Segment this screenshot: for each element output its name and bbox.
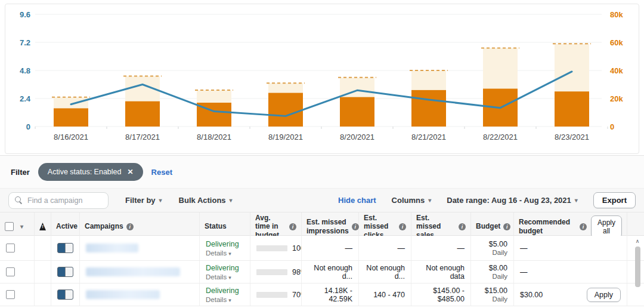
details-dropdown[interactable]: Details ▾ xyxy=(206,296,239,303)
row-status-cell: Delivering Details ▾ xyxy=(200,236,250,260)
row-sales-cell: Not enough data xyxy=(411,261,471,283)
search-input[interactable] xyxy=(27,196,99,205)
bar xyxy=(340,97,374,127)
table-vertical-scrollbar[interactable]: ∧ xyxy=(634,237,641,304)
filter-label: Filter xyxy=(11,168,30,177)
remove-filter-icon[interactable]: ✕ xyxy=(127,168,133,176)
date-label: 8/17/2021 xyxy=(125,133,160,141)
header-campaigns-label: Campaigns xyxy=(85,222,123,230)
avg-time-progress xyxy=(256,292,287,298)
toggle-knob xyxy=(65,290,73,299)
apply-button[interactable]: Apply xyxy=(587,288,621,302)
row-checkbox[interactable] xyxy=(6,244,15,252)
row-checkbox[interactable] xyxy=(6,290,15,299)
search-icon xyxy=(15,196,23,204)
info-icon[interactable] xyxy=(580,223,587,230)
bar xyxy=(555,91,589,127)
budget-cadence: Daily xyxy=(492,249,507,256)
date-label: 8/22/2021 xyxy=(483,133,518,141)
right-axis-tick: 60k xyxy=(610,38,623,47)
filter-by-dropdown[interactable]: Filter by ▾ xyxy=(125,196,162,205)
info-icon[interactable] xyxy=(459,223,466,230)
select-all-checkbox[interactable] xyxy=(5,222,14,231)
row-select-cell[interactable] xyxy=(0,236,35,260)
avg-time-progress xyxy=(256,245,287,251)
row-select-cell[interactable] xyxy=(0,284,35,306)
chevron-down-icon: ▾ xyxy=(230,197,233,204)
row-campaign-cell[interactable] xyxy=(80,284,200,306)
apply-all-button[interactable]: Apply all xyxy=(591,215,622,238)
row-active-cell[interactable] xyxy=(51,236,80,260)
date-range-dropdown[interactable]: Date range: Aug 16 - Aug 23, 2021 ▾ xyxy=(447,196,578,205)
active-status-filter-pill[interactable]: Active status: Enabled ✕ xyxy=(38,163,143,181)
campaign-search-box[interactable] xyxy=(8,192,109,209)
row-campaign-cell[interactable] xyxy=(80,261,200,283)
campaign-name-redacted xyxy=(86,267,180,276)
reset-filters-link[interactable]: Reset xyxy=(151,168,172,177)
active-toggle[interactable] xyxy=(57,289,73,300)
row-status-cell: Delivering Details ▾ xyxy=(200,261,250,283)
row-status-cell: Delivering Details ▾ xyxy=(200,284,250,306)
row-impressions-cell: — xyxy=(302,236,359,260)
row-budget-cell[interactable]: $8.00 Daily xyxy=(471,261,514,283)
campaign-name-redacted xyxy=(86,244,138,252)
row-warning-cell xyxy=(35,284,51,306)
warning-icon xyxy=(39,223,46,230)
row-clicks-cell: 140 - 470 xyxy=(359,284,411,306)
bulk-actions-label: Bulk Actions xyxy=(179,196,226,205)
row-impressions-cell: 14.18K - 42.59K xyxy=(302,284,359,306)
scroll-up-icon[interactable]: ∧ xyxy=(634,237,641,245)
header-budget-label: Budget xyxy=(476,222,500,230)
toolbar-right-group: Hide chart Columns ▾ Date range: Aug 16 … xyxy=(338,192,636,208)
columns-label: Columns xyxy=(392,196,425,205)
details-dropdown[interactable]: Details ▾ xyxy=(206,250,239,257)
header-status-label: Status xyxy=(205,222,227,230)
info-icon[interactable] xyxy=(289,223,296,230)
scrollbar-thumb[interactable] xyxy=(635,247,640,287)
date-range-label: Date range: Aug 16 - Aug 23, 2021 xyxy=(447,196,571,205)
date-label: 8/21/2021 xyxy=(411,133,446,141)
row-select-cell[interactable] xyxy=(0,261,35,283)
recommended-value: $30.00 xyxy=(520,291,543,299)
left-axis-tick: 4.8 xyxy=(20,66,30,75)
date-label: 8/19/2021 xyxy=(268,133,303,141)
table-header-row: ▾ Active Campaigns Status Avg. time in b… xyxy=(0,212,644,236)
left-axis-tick: 0 xyxy=(26,122,30,131)
row-checkbox[interactable] xyxy=(6,267,15,276)
right-axis-tick: 80k xyxy=(610,10,623,19)
budget-cadence: Daily xyxy=(492,273,507,280)
row-active-cell[interactable] xyxy=(51,261,80,283)
budget-value: $15.00 xyxy=(485,287,507,295)
left-axis-tick: 7.2 xyxy=(20,38,30,47)
row-impressions-cell: Not enough d... xyxy=(302,261,359,283)
info-icon[interactable] xyxy=(126,223,134,230)
hide-chart-link[interactable]: Hide chart xyxy=(338,196,376,205)
header-recommended-label: Recommended budget xyxy=(519,218,577,235)
info-icon[interactable] xyxy=(503,223,510,230)
right-axis-tick: 40k xyxy=(610,66,623,75)
details-dropdown[interactable]: Details ▾ xyxy=(206,273,239,281)
active-toggle[interactable] xyxy=(57,243,73,253)
row-budget-cell[interactable]: $5.00 Daily xyxy=(471,236,514,260)
chevron-down-icon[interactable]: ▾ xyxy=(20,223,23,230)
columns-dropdown[interactable]: Columns ▾ xyxy=(392,196,432,205)
table-toolbar: Filter by ▾ Bulk Actions ▾ Hide chart Co… xyxy=(0,188,644,212)
info-icon[interactable] xyxy=(399,223,406,230)
row-avg-time-cell: 98% xyxy=(250,261,302,283)
row-budget-cell[interactable]: $15.00 Daily xyxy=(471,284,514,306)
toggle-knob xyxy=(65,244,73,252)
row-avg-time-cell: 100% xyxy=(250,236,302,260)
row-active-cell[interactable] xyxy=(51,284,80,306)
table-row: Delivering Details ▾ 100% — — — $5.00 Da… xyxy=(0,236,644,261)
bulk-actions-dropdown[interactable]: Bulk Actions ▾ xyxy=(179,196,233,205)
active-toggle[interactable] xyxy=(57,267,73,277)
export-button[interactable]: Export xyxy=(593,192,636,208)
chevron-down-icon: ▾ xyxy=(428,197,431,204)
recommended-value: — xyxy=(520,268,528,276)
right-axis-tick: 20k xyxy=(610,94,623,103)
campaigns-panel: Filter Active status: Enabled ✕ Reset Fi… xyxy=(0,155,644,308)
date-label: 8/23/2021 xyxy=(555,133,589,141)
row-campaign-cell[interactable] xyxy=(80,236,200,260)
info-icon[interactable] xyxy=(352,223,359,230)
row-recommended-cell: — xyxy=(514,261,627,283)
